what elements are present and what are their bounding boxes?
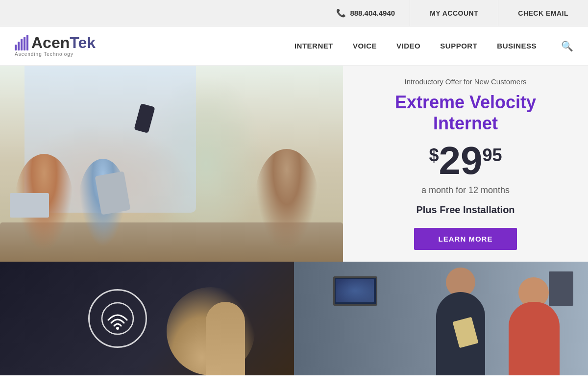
hero-section: Introductory Offer for New Customers Ext…: [0, 66, 588, 262]
svg-rect-3: [24, 37, 25, 50]
hero-offer: Introductory Offer for New Customers Ext…: [343, 66, 588, 262]
logo-tagline: Ascending Technology: [15, 51, 74, 57]
price-whole: 29: [439, 141, 483, 180]
learn-more-button[interactable]: LEARN MORE: [414, 228, 517, 250]
nav-links: INTERNET VOICE VIDEO SUPPORT BUSINESS 🔍: [294, 40, 573, 52]
top-bar: 📞 888.404.4940 MY ACCOUNT CHECK EMAIL: [0, 0, 588, 26]
price-cents: 95: [482, 145, 502, 166]
offer-duration: a month for 12 months: [421, 185, 510, 196]
logo[interactable]: AcenTek Ascending Technology: [15, 35, 96, 57]
wifi-icon: [88, 289, 147, 348]
price-dollar: $: [429, 145, 439, 166]
offer-title: Extreme Velocity Internet: [363, 92, 568, 134]
header: AcenTek Ascending Technology INTERNET VO…: [0, 26, 588, 66]
nav-video[interactable]: VIDEO: [396, 42, 420, 50]
phone-icon: 📞: [336, 8, 346, 18]
svg-rect-2: [21, 39, 23, 50]
bottom-panels: [0, 262, 588, 375]
phone-number[interactable]: 📞 888.404.4940: [321, 8, 410, 18]
nav-support[interactable]: SUPPORT: [440, 42, 477, 50]
svg-rect-4: [26, 35, 28, 50]
my-account-button[interactable]: MY ACCOUNT: [410, 0, 498, 26]
svg-point-6: [116, 327, 119, 330]
offer-intro: Introductory Offer for New Customers: [405, 77, 527, 86]
nav-voice[interactable]: VOICE: [353, 42, 377, 50]
panel-business[interactable]: [294, 262, 588, 375]
offer-install: Plus Free Installation: [416, 204, 514, 216]
svg-rect-0: [15, 45, 17, 50]
check-email-button[interactable]: CHECK EMAIL: [498, 0, 588, 26]
logo-text: AcenTek: [31, 35, 96, 50]
nav-internet[interactable]: INTERNET: [294, 42, 333, 50]
panel-internet[interactable]: [0, 262, 294, 375]
logo-icon: [15, 35, 29, 50]
nav-business[interactable]: BUSINESS: [497, 42, 537, 50]
svg-rect-1: [18, 42, 20, 50]
search-icon[interactable]: 🔍: [561, 40, 573, 52]
hero-image: [0, 66, 343, 262]
offer-price: $ 29 95: [429, 141, 502, 180]
